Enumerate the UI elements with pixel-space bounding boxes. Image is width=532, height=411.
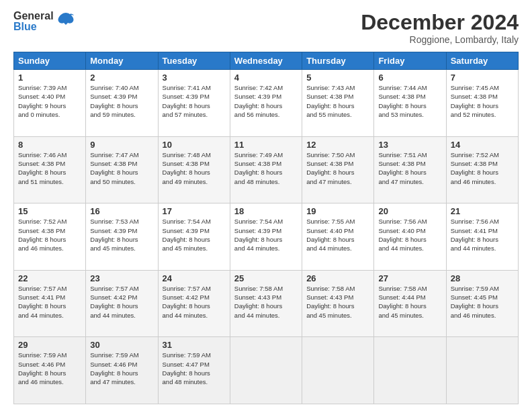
calendar-cell: 4Sunrise: 7:42 AMSunset: 4:39 PMDaylight… [230, 70, 302, 137]
calendar-header-row: SundayMondayTuesdayWednesdayThursdayFrid… [14, 52, 519, 70]
calendar-cell: 29Sunrise: 7:59 AMSunset: 4:46 PMDayligh… [14, 337, 86, 404]
calendar-cell: 21Sunrise: 7:56 AMSunset: 4:41 PMDayligh… [446, 203, 518, 271]
day-number: 4 [234, 73, 298, 83]
calendar-cell: 16Sunrise: 7:53 AMSunset: 4:39 PMDayligh… [86, 203, 158, 271]
col-header-monday: Monday [86, 52, 158, 70]
calendar-cell: 1Sunrise: 7:39 AMSunset: 4:40 PMDaylight… [14, 70, 86, 137]
day-info: Sunrise: 7:52 AMSunset: 4:38 PMDaylight:… [451, 150, 514, 186]
calendar-cell: 11Sunrise: 7:49 AMSunset: 4:38 PMDayligh… [230, 136, 302, 203]
day-number: 15 [18, 206, 81, 216]
day-info: Sunrise: 7:39 AMSunset: 4:40 PMDaylight:… [18, 83, 81, 119]
day-info: Sunrise: 7:47 AMSunset: 4:38 PMDaylight:… [90, 150, 153, 186]
logo-general: General [13, 11, 54, 21]
day-number: 24 [163, 273, 226, 283]
day-info: Sunrise: 7:51 AMSunset: 4:38 PMDaylight:… [378, 150, 441, 186]
calendar-cell: 17Sunrise: 7:54 AMSunset: 4:39 PMDayligh… [158, 203, 230, 271]
day-number: 9 [90, 140, 153, 150]
day-number: 6 [378, 73, 441, 83]
day-info: Sunrise: 7:58 AMSunset: 4:43 PMDaylight:… [306, 284, 369, 320]
day-info: Sunrise: 7:55 AMSunset: 4:40 PMDaylight:… [306, 217, 369, 253]
day-info: Sunrise: 7:43 AMSunset: 4:38 PMDaylight:… [306, 83, 369, 119]
day-number: 28 [451, 273, 514, 283]
day-info: Sunrise: 7:41 AMSunset: 4:39 PMDaylight:… [163, 83, 226, 119]
day-number: 25 [234, 273, 298, 283]
calendar-cell [374, 337, 446, 404]
day-info: Sunrise: 7:57 AMSunset: 4:41 PMDaylight:… [18, 284, 81, 320]
day-info: Sunrise: 7:58 AMSunset: 4:43 PMDaylight:… [234, 284, 298, 320]
week-row-2: 8Sunrise: 7:46 AMSunset: 4:38 PMDaylight… [14, 136, 519, 203]
day-number: 13 [378, 140, 441, 150]
calendar-cell: 25Sunrise: 7:58 AMSunset: 4:43 PMDayligh… [230, 270, 302, 337]
day-number: 10 [163, 140, 226, 150]
col-header-thursday: Thursday [302, 52, 374, 70]
col-header-sunday: Sunday [14, 52, 86, 70]
calendar-cell: 31Sunrise: 7:59 AMSunset: 4:47 PMDayligh… [158, 337, 230, 404]
day-number: 8 [18, 140, 81, 150]
col-header-friday: Friday [374, 52, 446, 70]
day-info: Sunrise: 7:46 AMSunset: 4:38 PMDaylight:… [18, 150, 81, 186]
calendar-table: SundayMondayTuesdayWednesdayThursdayFrid… [13, 52, 519, 404]
day-number: 22 [18, 273, 81, 283]
day-number: 23 [90, 273, 153, 283]
calendar-cell: 23Sunrise: 7:57 AMSunset: 4:42 PMDayligh… [86, 270, 158, 337]
calendar-cell [446, 337, 518, 404]
calendar-cell [230, 337, 302, 404]
day-info: Sunrise: 7:59 AMSunset: 4:46 PMDaylight:… [18, 351, 81, 386]
calendar-cell: 7Sunrise: 7:45 AMSunset: 4:38 PMDaylight… [446, 70, 518, 137]
col-header-saturday: Saturday [446, 52, 518, 70]
calendar-cell: 26Sunrise: 7:58 AMSunset: 4:43 PMDayligh… [302, 270, 374, 337]
day-info: Sunrise: 7:57 AMSunset: 4:42 PMDaylight:… [90, 284, 153, 320]
day-number: 18 [234, 206, 298, 216]
day-info: Sunrise: 7:59 AMSunset: 4:47 PMDaylight:… [163, 351, 226, 386]
day-number: 12 [306, 140, 369, 150]
day-info: Sunrise: 7:44 AMSunset: 4:38 PMDaylight:… [378, 83, 441, 119]
day-info: Sunrise: 7:56 AMSunset: 4:41 PMDaylight:… [451, 217, 514, 253]
day-number: 3 [163, 73, 226, 83]
day-number: 14 [451, 140, 514, 150]
calendar-cell: 12Sunrise: 7:50 AMSunset: 4:38 PMDayligh… [302, 136, 374, 203]
calendar-cell: 3Sunrise: 7:41 AMSunset: 4:39 PMDaylight… [158, 70, 230, 137]
day-info: Sunrise: 7:48 AMSunset: 4:38 PMDaylight:… [163, 150, 226, 186]
day-number: 7 [451, 73, 514, 83]
week-row-4: 22Sunrise: 7:57 AMSunset: 4:41 PMDayligh… [14, 270, 519, 337]
day-number: 16 [90, 206, 153, 216]
calendar-cell: 5Sunrise: 7:43 AMSunset: 4:38 PMDaylight… [302, 70, 374, 137]
calendar-cell: 6Sunrise: 7:44 AMSunset: 4:38 PMDaylight… [374, 70, 446, 137]
day-info: Sunrise: 7:50 AMSunset: 4:38 PMDaylight:… [306, 150, 369, 186]
logo: General Blue [13, 11, 75, 32]
page: General Blue December 2024 Roggione, Lom… [0, 0, 532, 411]
day-number: 2 [90, 73, 153, 83]
col-header-tuesday: Tuesday [158, 52, 230, 70]
day-number: 5 [306, 73, 369, 83]
week-row-1: 1Sunrise: 7:39 AMSunset: 4:40 PMDaylight… [14, 70, 519, 137]
calendar-cell: 20Sunrise: 7:56 AMSunset: 4:40 PMDayligh… [374, 203, 446, 271]
day-info: Sunrise: 7:58 AMSunset: 4:44 PMDaylight:… [378, 284, 441, 320]
week-row-3: 15Sunrise: 7:52 AMSunset: 4:38 PMDayligh… [14, 203, 519, 271]
day-info: Sunrise: 7:54 AMSunset: 4:39 PMDaylight:… [234, 217, 298, 253]
day-info: Sunrise: 7:49 AMSunset: 4:38 PMDaylight:… [234, 150, 298, 186]
day-info: Sunrise: 7:40 AMSunset: 4:39 PMDaylight:… [90, 83, 153, 119]
location-title: Roggione, Lombardy, Italy [361, 34, 519, 45]
calendar-cell: 18Sunrise: 7:54 AMSunset: 4:39 PMDayligh… [230, 203, 302, 271]
day-number: 11 [234, 140, 298, 150]
calendar-cell: 19Sunrise: 7:55 AMSunset: 4:40 PMDayligh… [302, 203, 374, 271]
day-info: Sunrise: 7:45 AMSunset: 4:38 PMDaylight:… [451, 83, 514, 119]
logo-bird-icon [56, 11, 75, 30]
calendar-cell: 22Sunrise: 7:57 AMSunset: 4:41 PMDayligh… [14, 270, 86, 337]
day-number: 19 [306, 206, 369, 216]
day-number: 27 [378, 273, 441, 283]
calendar-cell: 30Sunrise: 7:59 AMSunset: 4:46 PMDayligh… [86, 337, 158, 404]
day-number: 26 [306, 273, 369, 283]
day-info: Sunrise: 7:54 AMSunset: 4:39 PMDaylight:… [163, 217, 226, 253]
col-header-wednesday: Wednesday [230, 52, 302, 70]
day-number: 30 [90, 340, 153, 350]
day-number: 17 [163, 206, 226, 216]
calendar-cell: 28Sunrise: 7:59 AMSunset: 4:45 PMDayligh… [446, 270, 518, 337]
day-info: Sunrise: 7:59 AMSunset: 4:45 PMDaylight:… [451, 284, 514, 320]
title-area: December 2024 Roggione, Lombardy, Italy [361, 11, 519, 45]
day-info: Sunrise: 7:59 AMSunset: 4:46 PMDaylight:… [90, 351, 153, 386]
calendar-cell: 2Sunrise: 7:40 AMSunset: 4:39 PMDaylight… [86, 70, 158, 137]
calendar-cell: 10Sunrise: 7:48 AMSunset: 4:38 PMDayligh… [158, 136, 230, 203]
day-number: 21 [451, 206, 514, 216]
calendar-cell: 24Sunrise: 7:57 AMSunset: 4:42 PMDayligh… [158, 270, 230, 337]
